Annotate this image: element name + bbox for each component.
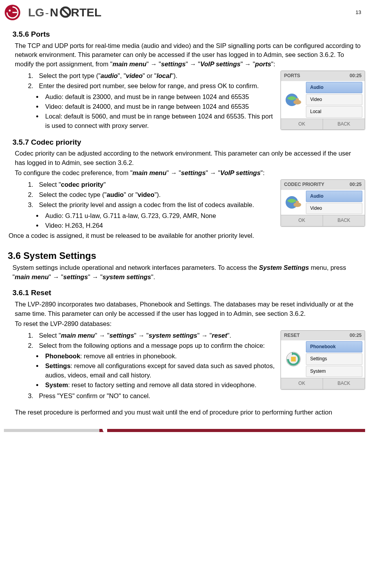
globe-icon bbox=[281, 81, 306, 119]
codec-item-video[interactable]: Video bbox=[306, 203, 362, 214]
step-356-2: Enter the desired port number, see below… bbox=[35, 81, 277, 91]
p-36: System settings include operational and … bbox=[12, 263, 361, 282]
reset-back-button[interactable]: BACK bbox=[323, 378, 365, 389]
bullet-356-audio: Audio: default is 23000, and must be in … bbox=[43, 92, 277, 102]
ports-item-video[interactable]: Video bbox=[306, 94, 362, 105]
codec-widget-time: 00:25 bbox=[350, 181, 362, 188]
step-357-2: Select the codec type ("audio" or "video… bbox=[35, 190, 277, 200]
svg-rect-15 bbox=[291, 357, 296, 361]
svg-rect-12 bbox=[296, 201, 299, 205]
p1-361: The LVP-2890 incorporates two databases,… bbox=[15, 300, 361, 319]
heading-361: 3.6.1 Reset bbox=[12, 287, 365, 298]
lg-nortel-logo: LG - N RTEL bbox=[4, 4, 119, 21]
codec-back-button[interactable]: BACK bbox=[323, 215, 365, 226]
ports-widget: PORTS 00:25 Audio Video Local bbox=[281, 71, 365, 130]
svg-text:RTEL: RTEL bbox=[71, 6, 101, 19]
ports-item-audio[interactable]: Audio bbox=[306, 82, 362, 93]
footer-bar bbox=[4, 429, 365, 432]
reset-widget-title: RESET bbox=[284, 332, 300, 339]
svg-text:LG: LG bbox=[28, 6, 44, 19]
codec-item-audio[interactable]: Audio bbox=[306, 191, 362, 202]
ports-back-button[interactable]: BACK bbox=[323, 119, 365, 129]
codec-widget: CODEC PRIORITY 00:25 Audio Video bbox=[281, 179, 365, 227]
reset-widget: RESET 00:25 Phonebook Settings System bbox=[281, 330, 365, 390]
svg-rect-9 bbox=[296, 98, 299, 103]
reset-item-settings[interactable]: Settings bbox=[306, 353, 362, 365]
heading-36: 3.6 System Settings bbox=[8, 249, 365, 263]
ports-widget-time: 00:25 bbox=[350, 73, 362, 79]
bullet-356-video: Video: default is 24000, and must be in … bbox=[43, 102, 277, 112]
heading-356: 3.5.6 Ports bbox=[12, 29, 365, 40]
tail-357: Once a codec is assigned, it must be rel… bbox=[9, 231, 274, 241]
svg-text:N: N bbox=[50, 6, 58, 19]
reset-widget-time: 00:25 bbox=[350, 332, 362, 339]
bullet-361-settings: Settings: remove all configurations exce… bbox=[43, 361, 277, 380]
step-357-3: Select the priority level and assign a c… bbox=[35, 200, 277, 210]
bullet-357-audio: Audio: G.711 u-law, G.711 a-law, G.723, … bbox=[43, 211, 277, 221]
globe-icon bbox=[281, 190, 306, 215]
bullet-357-video: Video: H.263, H.264 bbox=[43, 221, 277, 230]
step-361-1: Select "main menu" → "settings" → "syste… bbox=[35, 331, 277, 340]
svg-text:-: - bbox=[45, 7, 49, 19]
step-356-1: Select the port type ("audio", "video" o… bbox=[35, 71, 277, 81]
reset-ok-button[interactable]: OK bbox=[281, 378, 323, 389]
p2-357: To configure the codec preference, from … bbox=[15, 168, 361, 178]
bullet-356-local: Local: default is 5060, and must be in r… bbox=[43, 112, 277, 131]
codec-ok-button[interactable]: OK bbox=[281, 215, 323, 226]
step-361-3: Press "YES" confirm or "NO" to cancel. bbox=[35, 391, 277, 401]
reset-item-system[interactable]: System bbox=[306, 366, 362, 377]
tail-361: The reset procedure is performed and you… bbox=[15, 408, 361, 417]
p2-361: To reset the LVP-2890 databases: bbox=[15, 319, 361, 329]
reset-item-phonebook[interactable]: Phonebook bbox=[306, 341, 362, 352]
step-361-2: Select from the following options and a … bbox=[35, 341, 277, 351]
p1-357: Codec priority can be adjusted according… bbox=[15, 149, 361, 168]
ports-ok-button[interactable]: OK bbox=[281, 119, 323, 129]
ports-widget-title: PORTS bbox=[284, 73, 300, 79]
svg-point-1 bbox=[9, 10, 11, 12]
bullet-361-phonebook: Phonebook: remove all entries in phonebo… bbox=[43, 352, 277, 361]
page-number: 13 bbox=[356, 9, 361, 16]
codec-widget-title: CODEC PRIORITY bbox=[284, 181, 324, 188]
step-357-1: Select "codec priority" bbox=[35, 180, 277, 190]
heading-357: 3.5.7 Codec priority bbox=[12, 137, 365, 148]
refresh-icon bbox=[281, 340, 306, 378]
ports-item-local[interactable]: Local bbox=[306, 106, 362, 117]
intro-356: The TCP and UDP ports for real-time medi… bbox=[15, 41, 361, 69]
bullet-361-system: System: reset to factory setting and rem… bbox=[43, 381, 277, 390]
